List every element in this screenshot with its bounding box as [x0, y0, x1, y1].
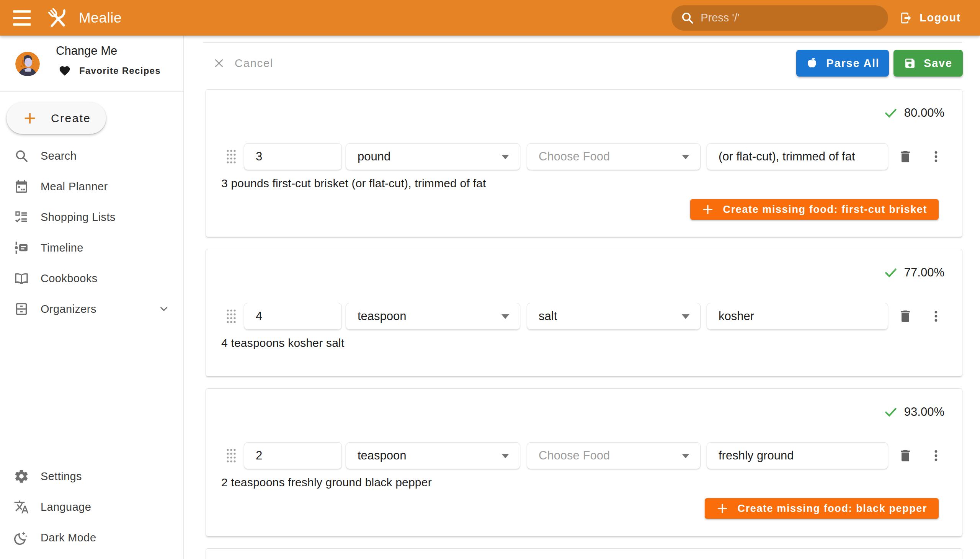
create-button[interactable]: Create — [7, 102, 106, 134]
chevron-down-icon — [158, 303, 170, 315]
drag-handle-icon[interactable] — [226, 309, 236, 324]
global-search-input[interactable] — [701, 12, 879, 24]
profile-name: Change Me — [56, 44, 117, 58]
save-icon — [904, 57, 916, 69]
unit-select[interactable]: teaspoon — [346, 303, 520, 330]
drag-handle-icon[interactable] — [226, 448, 236, 463]
sidebar-item-shopping-lists[interactable]: Shopping Lists — [0, 202, 183, 232]
main-content: Cancel Parse All Save 80.00% poun — [185, 36, 980, 559]
note-input[interactable] — [707, 303, 888, 330]
checklist-icon — [14, 210, 29, 225]
save-label: Save — [924, 57, 952, 70]
unit-select[interactable]: teaspoon — [346, 442, 520, 469]
sidebar-item-dark-mode[interactable]: Dark Mode — [0, 522, 183, 553]
logout-icon — [900, 12, 912, 25]
food-select[interactable]: salt — [527, 303, 701, 330]
confidence-badge: 93.00% — [884, 405, 944, 419]
sidebar-item-settings[interactable]: Settings — [0, 461, 183, 491]
plus-icon — [716, 502, 729, 514]
quantity-input[interactable] — [244, 442, 342, 469]
delete-button[interactable] — [897, 447, 914, 464]
app-title: Mealie — [79, 10, 122, 26]
quantity-input[interactable] — [244, 303, 342, 330]
food-placeholder: Choose Food — [539, 150, 610, 164]
confidence-value: 93.00% — [904, 405, 944, 419]
close-icon — [213, 58, 225, 69]
book-icon — [14, 271, 29, 286]
original-text: 4 teaspoons kosher salt — [221, 337, 344, 349]
trash-icon — [898, 149, 913, 164]
search-icon — [14, 148, 29, 164]
food-placeholder: Choose Food — [539, 449, 610, 463]
user-profile[interactable]: Change Me Favorite Recipes — [0, 36, 183, 91]
unit-value: teaspoon — [357, 449, 407, 463]
kebab-icon — [929, 149, 943, 164]
kebab-icon — [929, 309, 943, 324]
create-missing-food-button[interactable]: Create missing food: black pepper — [705, 498, 939, 519]
unit-value: pound — [357, 150, 390, 164]
avatar — [15, 52, 40, 76]
gear-icon — [14, 469, 29, 484]
logout-button[interactable]: Logout — [900, 5, 961, 31]
create-missing-food-button[interactable]: Create missing food: first-cut brisket — [690, 199, 939, 220]
confidence-badge: 80.00% — [884, 106, 944, 120]
food-select[interactable]: Choose Food — [527, 143, 701, 170]
check-icon — [884, 106, 898, 120]
ingredient-card: 80.00% pound Choose Food — [206, 89, 962, 237]
sidebar-item-timeline[interactable]: Timeline — [0, 232, 183, 263]
confidence-value: 80.00% — [904, 106, 944, 120]
more-menu-button[interactable] — [927, 308, 944, 325]
check-icon — [884, 265, 898, 280]
calendar-icon — [14, 179, 29, 194]
original-text: 3 pounds first-cut brisket (or flat-cut)… — [221, 177, 486, 190]
sidebar-item-language[interactable]: Language — [0, 491, 183, 522]
sidebar-item-cookbooks[interactable]: Cookbooks — [0, 263, 183, 294]
parse-all-button[interactable]: Parse All — [796, 50, 889, 76]
logout-label: Logout — [919, 12, 961, 24]
caret-down-icon — [682, 314, 689, 319]
check-icon — [884, 405, 898, 419]
ingredient-card: 77.00% teaspoon salt — [206, 249, 962, 376]
more-menu-button[interactable] — [927, 148, 944, 165]
ingredient-card: 93.00% teaspoon Choose Food — [206, 388, 962, 536]
kebab-icon — [929, 448, 943, 463]
delete-button[interactable] — [897, 148, 914, 165]
menu-icon[interactable] — [13, 10, 31, 26]
note-input[interactable] — [707, 143, 888, 170]
caret-down-icon — [501, 454, 509, 458]
caret-down-icon — [501, 314, 509, 319]
sidebar-nav: Search Meal Planner Shopping Lists — [0, 141, 183, 324]
moon-icon — [14, 530, 29, 545]
note-input[interactable] — [707, 442, 888, 469]
caret-down-icon — [682, 454, 689, 458]
app-header: Mealie Logout — [0, 0, 980, 36]
ingredient-card — [206, 548, 962, 559]
heart-icon — [59, 65, 71, 77]
sidebar-item-organizers[interactable]: Organizers — [0, 294, 183, 324]
cancel-button[interactable]: Cancel — [207, 51, 279, 75]
save-button[interactable]: Save — [894, 50, 963, 76]
content-divider — [203, 42, 962, 43]
create-label: Create — [51, 112, 91, 125]
translate-icon — [14, 499, 29, 514]
cancel-label: Cancel — [235, 57, 273, 70]
trash-icon — [898, 448, 913, 463]
cabinet-icon — [14, 301, 29, 317]
trash-icon — [898, 309, 913, 324]
delete-button[interactable] — [897, 308, 914, 325]
food-select[interactable]: Choose Food — [527, 442, 701, 469]
confidence-value: 77.00% — [904, 266, 944, 280]
original-text: 2 teaspoons freshly ground black pepper — [221, 476, 432, 489]
unit-select[interactable]: pound — [346, 143, 520, 170]
unit-value: teaspoon — [357, 309, 407, 323]
caret-down-icon — [682, 155, 689, 159]
global-search[interactable] — [671, 5, 888, 31]
caret-down-icon — [501, 155, 509, 159]
mealie-logo-icon — [45, 6, 70, 30]
drag-handle-icon[interactable] — [226, 149, 236, 164]
sidebar-item-search[interactable]: Search — [0, 141, 183, 171]
sidebar-item-meal-planner[interactable]: Meal Planner — [0, 171, 183, 202]
food-value: salt — [539, 309, 557, 323]
quantity-input[interactable] — [244, 143, 342, 170]
more-menu-button[interactable] — [927, 447, 944, 464]
